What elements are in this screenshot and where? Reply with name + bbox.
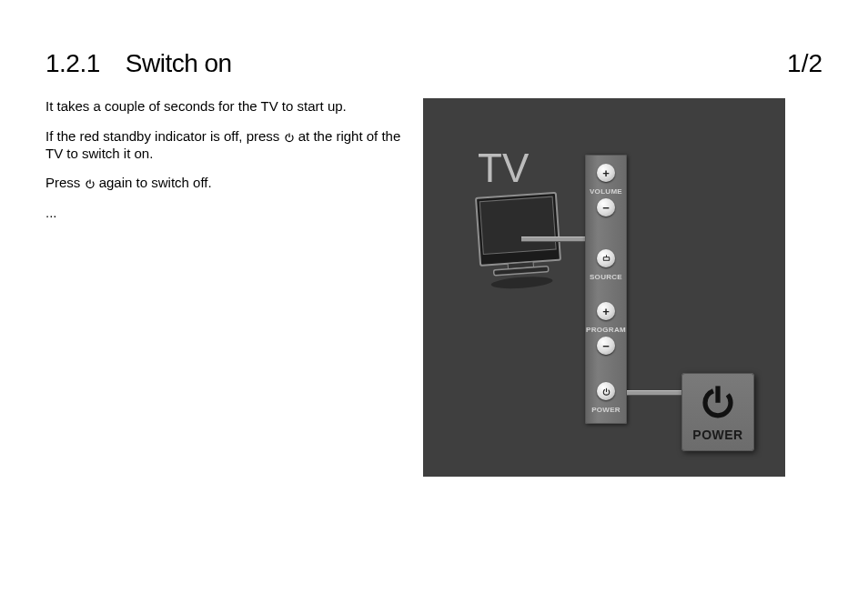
paragraph-3: Press again to switch off. [45, 175, 409, 192]
tv-figure: TV + VOLUME [423, 98, 785, 477]
svg-rect-9 [603, 257, 609, 260]
panel-power-button[interactable] [597, 382, 615, 400]
power-callout: POWER [681, 373, 754, 451]
section-title: Switch on [126, 49, 232, 78]
tv-side-panel: + VOLUME − SOURCE + [585, 155, 627, 424]
page-indicator: 1/2 [787, 49, 823, 78]
volume-down-button[interactable]: − [597, 198, 615, 216]
power-callout-label: POWER [681, 428, 754, 442]
panel-power-label: POWER [585, 406, 627, 414]
paragraph-2: If the red standby indicator is off, pre… [45, 128, 409, 163]
svg-point-8 [490, 275, 553, 290]
program-up-button[interactable]: + [597, 302, 615, 320]
volume-label: VOLUME [585, 187, 627, 196]
power-icon [699, 382, 737, 420]
svg-rect-5 [479, 196, 556, 254]
svg-rect-7 [494, 267, 549, 276]
section-number: 1.2.1 [45, 49, 100, 78]
volume-up-button[interactable]: + [597, 164, 615, 182]
tv-label: TV [478, 146, 529, 191]
ellipsis: ... [45, 205, 409, 222]
power-icon [85, 178, 96, 189]
power-icon [284, 132, 295, 143]
program-label: PROGRAM [585, 326, 627, 334]
paragraph-1: It takes a couple of seconds for the TV … [45, 98, 409, 116]
program-down-button[interactable]: − [597, 337, 615, 355]
instruction-text: It takes a couple of seconds for the TV … [45, 98, 409, 477]
source-button[interactable] [597, 249, 615, 267]
tv-illustration-icon [467, 191, 567, 300]
source-label: SOURCE [585, 273, 627, 281]
